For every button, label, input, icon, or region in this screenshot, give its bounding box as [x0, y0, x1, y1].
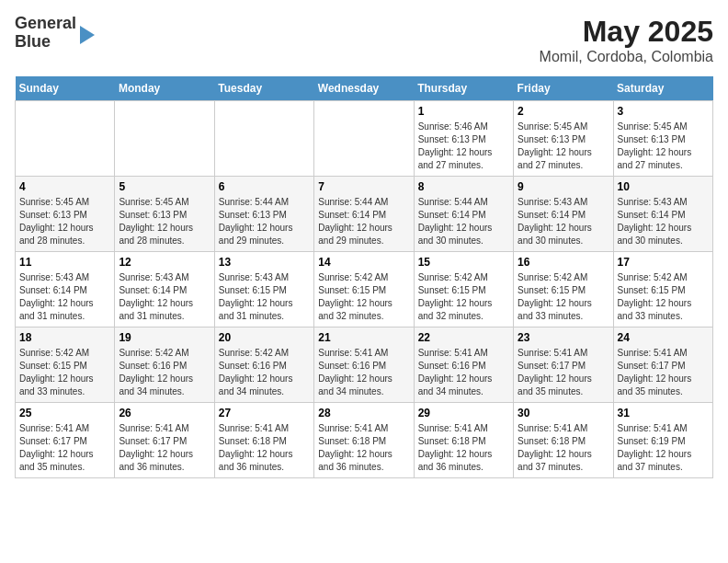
calendar-cell: 9Sunrise: 5:43 AM Sunset: 6:14 PM Daylig… — [514, 177, 613, 252]
week-row-5: 25Sunrise: 5:41 AM Sunset: 6:17 PM Dayli… — [16, 403, 713, 478]
day-info: Sunrise: 5:41 AM Sunset: 6:17 PM Dayligh… — [618, 347, 709, 398]
day-number: 29 — [418, 407, 509, 419]
day-number: 14 — [318, 256, 409, 269]
day-info: Sunrise: 5:41 AM Sunset: 6:18 PM Dayligh… — [318, 422, 409, 474]
day-number: 12 — [119, 256, 210, 269]
calendar-cell: 23Sunrise: 5:41 AM Sunset: 6:17 PM Dayli… — [514, 327, 613, 403]
day-info: Sunrise: 5:41 AM Sunset: 6:18 PM Dayligh… — [518, 422, 609, 474]
day-number: 23 — [518, 331, 609, 344]
week-row-2: 4Sunrise: 5:45 AM Sunset: 6:13 PM Daylig… — [16, 177, 713, 252]
day-info: Sunrise: 5:42 AM Sunset: 6:15 PM Dayligh… — [19, 347, 110, 398]
day-info: Sunrise: 5:43 AM Sunset: 6:14 PM Dayligh… — [518, 196, 609, 247]
day-number: 21 — [318, 331, 409, 344]
day-header-thursday: Thursday — [414, 76, 513, 101]
day-number: 19 — [119, 331, 210, 344]
day-number: 6 — [219, 180, 310, 193]
calendar-cell — [314, 101, 414, 177]
day-number: 15 — [418, 256, 509, 269]
day-info: Sunrise: 5:42 AM Sunset: 6:16 PM Dayligh… — [219, 347, 310, 398]
calendar-cell: 6Sunrise: 5:44 AM Sunset: 6:13 PM Daylig… — [214, 177, 313, 252]
calendar-cell: 4Sunrise: 5:45 AM Sunset: 6:13 PM Daylig… — [16, 177, 115, 252]
calendar-cell: 20Sunrise: 5:42 AM Sunset: 6:16 PM Dayli… — [214, 327, 313, 403]
day-number: 16 — [518, 256, 609, 269]
calendar-header: SundayMondayTuesdayWednesdayThursdayFrid… — [16, 76, 713, 101]
day-number: 11 — [19, 256, 110, 269]
day-header-saturday: Saturday — [613, 76, 712, 101]
logo-line2: Blue — [15, 33, 76, 52]
day-info: Sunrise: 5:41 AM Sunset: 6:16 PM Dayligh… — [418, 347, 509, 398]
day-info: Sunrise: 5:43 AM Sunset: 6:14 PM Dayligh… — [119, 271, 210, 323]
calendar-cell: 18Sunrise: 5:42 AM Sunset: 6:15 PM Dayli… — [16, 327, 115, 403]
day-number: 30 — [518, 407, 609, 419]
calendar-cell: 8Sunrise: 5:44 AM Sunset: 6:14 PM Daylig… — [414, 177, 513, 252]
day-number: 31 — [618, 407, 709, 419]
calendar-cell: 25Sunrise: 5:41 AM Sunset: 6:17 PM Dayli… — [16, 403, 115, 478]
day-number: 4 — [19, 180, 110, 193]
calendar-cell: 29Sunrise: 5:41 AM Sunset: 6:18 PM Dayli… — [414, 403, 513, 478]
calendar-table: SundayMondayTuesdayWednesdayThursdayFrid… — [15, 76, 713, 478]
calendar-cell: 3Sunrise: 5:45 AM Sunset: 6:13 PM Daylig… — [613, 101, 712, 177]
day-number: 2 — [518, 105, 609, 118]
calendar-cell: 17Sunrise: 5:42 AM Sunset: 6:15 PM Dayli… — [613, 252, 712, 327]
day-number: 10 — [618, 180, 709, 193]
calendar-cell: 1Sunrise: 5:46 AM Sunset: 6:13 PM Daylig… — [414, 101, 513, 177]
day-info: Sunrise: 5:43 AM Sunset: 6:15 PM Dayligh… — [219, 271, 310, 323]
day-number: 26 — [119, 407, 210, 419]
day-number: 17 — [618, 256, 709, 269]
calendar-cell: 5Sunrise: 5:45 AM Sunset: 6:13 PM Daylig… — [115, 177, 214, 252]
day-number: 5 — [119, 180, 210, 193]
title-block: May 2025 Momil, Cordoba, Colombia — [540, 15, 713, 65]
day-header-wednesday: Wednesday — [314, 76, 414, 101]
day-header-tuesday: Tuesday — [214, 76, 313, 101]
day-info: Sunrise: 5:41 AM Sunset: 6:16 PM Dayligh… — [318, 347, 409, 398]
day-number: 13 — [219, 256, 310, 269]
day-info: Sunrise: 5:42 AM Sunset: 6:15 PM Dayligh… — [618, 271, 709, 323]
page-header: General Blue May 2025 Momil, Cordoba, Co… — [15, 15, 713, 65]
day-number: 18 — [19, 331, 110, 344]
day-info: Sunrise: 5:41 AM Sunset: 6:18 PM Dayligh… — [418, 422, 509, 474]
days-of-week-row: SundayMondayTuesdayWednesdayThursdayFrid… — [16, 76, 713, 101]
calendar-cell: 15Sunrise: 5:42 AM Sunset: 6:15 PM Dayli… — [414, 252, 513, 327]
day-info: Sunrise: 5:44 AM Sunset: 6:14 PM Dayligh… — [318, 196, 409, 247]
calendar-cell — [16, 101, 115, 177]
day-info: Sunrise: 5:41 AM Sunset: 6:17 PM Dayligh… — [19, 422, 110, 474]
week-row-3: 11Sunrise: 5:43 AM Sunset: 6:14 PM Dayli… — [16, 252, 713, 327]
day-info: Sunrise: 5:43 AM Sunset: 6:14 PM Dayligh… — [19, 271, 110, 323]
day-info: Sunrise: 5:44 AM Sunset: 6:14 PM Dayligh… — [418, 196, 509, 247]
day-info: Sunrise: 5:43 AM Sunset: 6:14 PM Dayligh… — [618, 196, 709, 247]
calendar-cell — [214, 101, 313, 177]
day-info: Sunrise: 5:45 AM Sunset: 6:13 PM Dayligh… — [19, 196, 110, 247]
day-number: 22 — [418, 331, 509, 344]
day-info: Sunrise: 5:45 AM Sunset: 6:13 PM Dayligh… — [518, 121, 609, 172]
calendar-cell: 30Sunrise: 5:41 AM Sunset: 6:18 PM Dayli… — [514, 403, 613, 478]
calendar-cell: 21Sunrise: 5:41 AM Sunset: 6:16 PM Dayli… — [314, 327, 414, 403]
day-info: Sunrise: 5:41 AM Sunset: 6:17 PM Dayligh… — [518, 347, 609, 398]
day-number: 25 — [19, 407, 110, 419]
calendar-cell: 24Sunrise: 5:41 AM Sunset: 6:17 PM Dayli… — [613, 327, 712, 403]
day-info: Sunrise: 5:41 AM Sunset: 6:18 PM Dayligh… — [219, 422, 310, 474]
logo-line1: General — [15, 15, 76, 33]
logo: General Blue — [15, 15, 95, 52]
week-row-1: 1Sunrise: 5:46 AM Sunset: 6:13 PM Daylig… — [16, 101, 713, 177]
calendar-cell: 10Sunrise: 5:43 AM Sunset: 6:14 PM Dayli… — [613, 177, 712, 252]
day-number: 1 — [418, 105, 509, 118]
day-header-friday: Friday — [514, 76, 613, 101]
calendar-cell — [115, 101, 214, 177]
logo-arrow-icon — [80, 26, 95, 44]
logo-text: General Blue — [15, 15, 76, 52]
day-header-monday: Monday — [115, 76, 214, 101]
calendar-cell: 14Sunrise: 5:42 AM Sunset: 6:15 PM Dayli… — [314, 252, 414, 327]
day-number: 7 — [318, 180, 409, 193]
day-number: 28 — [318, 407, 409, 419]
day-info: Sunrise: 5:41 AM Sunset: 6:19 PM Dayligh… — [618, 422, 709, 474]
calendar-body: 1Sunrise: 5:46 AM Sunset: 6:13 PM Daylig… — [16, 101, 713, 478]
day-number: 20 — [219, 331, 310, 344]
day-info: Sunrise: 5:42 AM Sunset: 6:15 PM Dayligh… — [518, 271, 609, 323]
calendar-title: May 2025 — [540, 15, 713, 49]
calendar-cell: 13Sunrise: 5:43 AM Sunset: 6:15 PM Dayli… — [214, 252, 313, 327]
calendar-cell: 12Sunrise: 5:43 AM Sunset: 6:14 PM Dayli… — [115, 252, 214, 327]
day-info: Sunrise: 5:42 AM Sunset: 6:15 PM Dayligh… — [418, 271, 509, 323]
calendar-cell: 11Sunrise: 5:43 AM Sunset: 6:14 PM Dayli… — [16, 252, 115, 327]
day-number: 9 — [518, 180, 609, 193]
calendar-cell: 31Sunrise: 5:41 AM Sunset: 6:19 PM Dayli… — [613, 403, 712, 478]
